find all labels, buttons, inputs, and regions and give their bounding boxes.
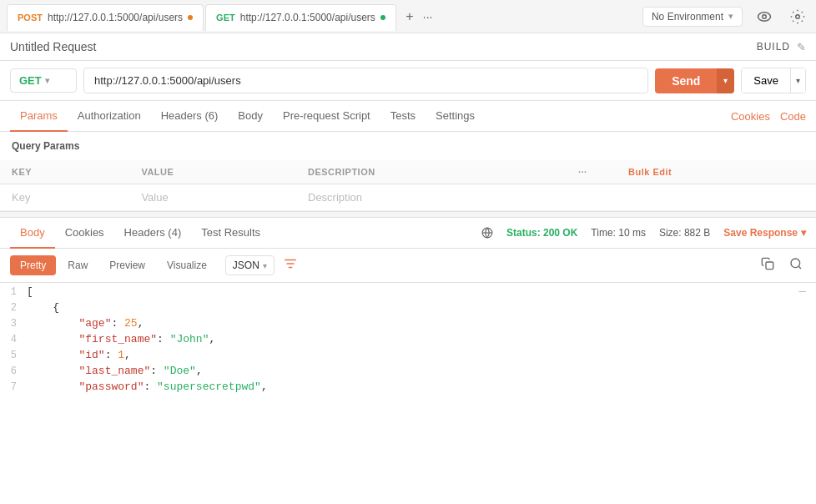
line-content: "password": "supersecretpwd", (27, 381, 268, 393)
line-content: "first_name": "John", (27, 333, 215, 345)
tab-get-users[interactable]: GET http://127.0.0.1:5000/api/users (205, 4, 396, 31)
more-tabs-button[interactable]: ··· (423, 10, 433, 23)
tab-settings[interactable]: Settings (426, 101, 485, 132)
build-button[interactable]: BUILD (757, 41, 790, 53)
tab-pre-request-script[interactable]: Pre-request Script (273, 101, 380, 132)
section-divider (0, 211, 816, 218)
save-button-group: Save ▾ (741, 68, 806, 93)
resp-tab-test-results[interactable]: Test Results (191, 218, 270, 249)
line-number: 1 (0, 286, 27, 298)
json-line-6: 6 "last_name": "Doe", (0, 363, 816, 379)
tab-authorization[interactable]: Authorization (68, 101, 151, 132)
format-chevron-icon: ▾ (263, 261, 267, 270)
tab-method-get: GET (216, 13, 235, 23)
tab-method-post: POST (18, 13, 43, 23)
line-number: 6 (0, 365, 27, 377)
line-number: 2 (0, 302, 27, 314)
request-tabs: Params Authorization Headers (6) Body Pr… (0, 101, 816, 132)
request-title: Untitled Request (10, 40, 750, 53)
tab-post-users[interactable]: POST http://127.0.0.1:5000/api/users (7, 4, 204, 31)
description-input-cell[interactable]: Description (296, 184, 567, 211)
svg-point-0 (758, 12, 771, 21)
key-input-cell[interactable]: Key (0, 184, 129, 211)
line-content: { (27, 301, 59, 314)
json-line-3: 3 "age": 25, (0, 315, 816, 331)
send-chevron-button[interactable]: ▾ (717, 68, 734, 93)
method-chevron-icon: ▾ (45, 76, 49, 85)
copy-icon[interactable] (758, 254, 778, 277)
query-params-label: Query Params (0, 132, 816, 160)
json-viewer: 1 [ — 2 { 3 "age": 25, 4 "first_name": "… (0, 283, 816, 416)
response-size: Size: 882 B (659, 227, 710, 239)
tab-headers[interactable]: Headers (6) (151, 101, 229, 132)
method-selector[interactable]: GET ▾ (10, 68, 77, 93)
format-value: JSON (233, 260, 259, 271)
json-line-4: 4 "first_name": "John", (0, 331, 816, 347)
response-time: Time: 10 ms (591, 227, 646, 239)
resp-tab-headers[interactable]: Headers (4) (114, 218, 192, 249)
tab-body[interactable]: Body (228, 101, 273, 132)
tab-dot-post (188, 15, 193, 20)
method-value: GET (19, 74, 42, 87)
viewer-tabs: Pretty Raw Preview Visualize JSON ▾ (0, 249, 816, 283)
viewer-tab-pretty[interactable]: Pretty (10, 255, 56, 275)
line-number: 5 (0, 350, 27, 361)
json-line-7: 7 "password": "supersecretpwd", (0, 379, 816, 395)
url-bar: GET ▾ Send ▾ Save ▾ (0, 61, 816, 101)
bulk-edit-button[interactable]: Bulk Edit (617, 160, 816, 184)
save-response-button[interactable]: Save Response ▾ (723, 227, 806, 239)
svg-rect-8 (766, 262, 773, 270)
col-key: KEY (0, 160, 129, 184)
format-selector[interactable]: JSON ▾ (225, 255, 275, 275)
line-content: [ (27, 285, 33, 298)
line-content: "last_name": "Doe", (27, 365, 203, 377)
value-input-cell[interactable]: Value (129, 184, 296, 211)
table-row: Key Value Description (0, 184, 816, 211)
tab-params[interactable]: Params (10, 101, 68, 132)
response-status-bar: Status: 200 OK Time: 10 ms Size: 882 B S… (481, 227, 806, 239)
search-icon[interactable] (786, 254, 806, 277)
settings-icon[interactable] (786, 5, 809, 28)
tab-dot-get (380, 15, 385, 20)
response-tabs: Body Cookies Headers (4) Test Results St… (0, 218, 816, 249)
tab-bar: POST http://127.0.0.1:5000/api/users GET… (0, 0, 816, 33)
collapse-button[interactable]: — (799, 285, 816, 298)
tab-bar-right: No Environment ▾ (642, 5, 809, 28)
save-chevron-button[interactable]: ▾ (790, 68, 805, 93)
filter-icon[interactable] (283, 256, 298, 275)
col-actions: ··· (567, 160, 617, 184)
edit-icon[interactable]: ✎ (797, 41, 806, 53)
url-input[interactable] (83, 68, 648, 93)
save-response-chevron-icon: ▾ (801, 227, 806, 239)
viewer-tab-raw[interactable]: Raw (58, 255, 98, 275)
json-line-1: 1 [ — (0, 283, 816, 300)
svg-point-9 (791, 259, 800, 268)
globe-icon (481, 227, 493, 239)
viewer-tab-visualize[interactable]: Visualize (157, 255, 217, 275)
environment-chevron-icon: ▾ (728, 11, 733, 22)
send-button[interactable]: Send (655, 68, 717, 93)
viewer-actions (758, 254, 806, 277)
viewer-tab-preview[interactable]: Preview (99, 255, 155, 275)
line-number: 4 (0, 334, 27, 345)
cookies-link[interactable]: Cookies (731, 110, 770, 123)
resp-tab-cookies[interactable]: Cookies (55, 218, 114, 249)
environment-selector[interactable]: No Environment ▾ (642, 7, 743, 27)
eye-icon[interactable] (753, 5, 776, 28)
save-button[interactable]: Save (742, 68, 790, 93)
col-description: DESCRIPTION (296, 160, 567, 184)
svg-line-10 (798, 266, 801, 269)
add-tab-button[interactable]: + (398, 5, 421, 28)
tab-tests[interactable]: Tests (380, 101, 426, 132)
tab-url-post: http://127.0.0.1:5000/api/users (48, 12, 183, 23)
environment-label: No Environment (652, 11, 723, 23)
params-table: KEY VALUE DESCRIPTION ··· Bulk Edit Key … (0, 160, 816, 211)
json-line-2: 2 { (0, 300, 816, 315)
request-tabs-right: Cookies Code (731, 110, 806, 123)
line-number: 7 (0, 381, 27, 393)
svg-point-1 (763, 14, 767, 18)
code-link[interactable]: Code (780, 110, 806, 123)
svg-point-2 (796, 14, 800, 18)
resp-tab-body[interactable]: Body (10, 218, 55, 249)
tab-url-get: http://127.0.0.1:5000/api/users (240, 12, 375, 23)
